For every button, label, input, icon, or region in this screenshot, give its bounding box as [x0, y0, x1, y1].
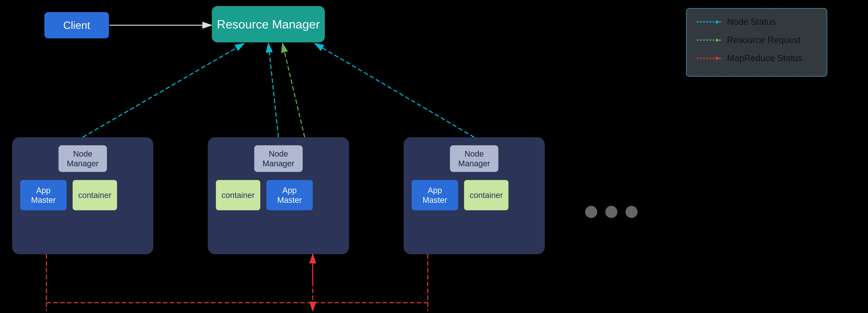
node-2-bottom-row: container AppMaster	[216, 180, 313, 210]
container-2-label: container	[221, 191, 255, 200]
app-master-3-label: AppMaster	[423, 185, 447, 205]
node-manager-3-label: NodeManager	[458, 149, 490, 168]
node-1-bottom-row: AppMaster container	[20, 180, 117, 210]
legend-label-resource-request: Resource Request	[727, 35, 800, 45]
legend-item-node-status: Node Status	[697, 17, 816, 27]
container-3-label: container	[470, 191, 503, 200]
node1-to-rm-cyan-arrow	[83, 43, 244, 137]
resource-manager-label: Resource Manager	[217, 18, 320, 31]
legend-item-mapreduce-status: MapReduce Status	[697, 53, 816, 63]
node-container-2: NodeManager container AppMaster	[208, 137, 349, 254]
node-manager-3: NodeManager	[450, 145, 498, 172]
dots-container	[585, 206, 638, 218]
container-1-label: container	[78, 191, 112, 200]
dot-2	[605, 206, 617, 218]
diagram-container: Client Resource Manager Node Status Reso…	[0, 0, 868, 313]
app-master-3: AppMaster	[412, 180, 458, 210]
app-master-2: AppMaster	[266, 180, 313, 210]
node2-to-rm-cyan-arrow	[268, 43, 278, 137]
node-container-3: NodeManager AppMaster container	[404, 137, 545, 254]
node-container-1: NodeManager AppMaster container	[12, 137, 153, 254]
legend-box: Node Status Resource Request MapReduce S…	[686, 8, 827, 77]
node-3-bottom-row: AppMaster container	[412, 180, 508, 210]
app-master-2-label: AppMaster	[277, 185, 302, 205]
app-master-1-label: AppMaster	[31, 185, 56, 205]
node-manager-1-label: NodeManager	[67, 149, 99, 168]
legend-label-node-status: Node Status	[727, 17, 776, 27]
app-master-1: AppMaster	[20, 180, 67, 210]
container-1: container	[73, 180, 117, 210]
resource-manager-box: Resource Manager	[212, 6, 325, 42]
legend-line-cyan	[697, 21, 721, 22]
legend-label-mapreduce-status: MapReduce Status	[727, 53, 802, 63]
node-manager-1: NodeManager	[59, 145, 107, 172]
legend-line-red	[697, 58, 721, 59]
legend-item-resource-request: Resource Request	[697, 35, 816, 45]
container-3: container	[464, 180, 508, 210]
dot-3	[625, 206, 638, 218]
node3-to-rm-cyan-arrow	[315, 43, 474, 137]
container-2: container	[216, 180, 260, 210]
node2-appm-to-rm-green-arrow	[282, 43, 305, 137]
dot-1	[585, 206, 597, 218]
client-label: Client	[63, 19, 90, 31]
node-manager-2-label: NodeManager	[262, 149, 294, 168]
client-box: Client	[44, 12, 109, 38]
node-manager-2: NodeManager	[254, 145, 303, 172]
legend-line-green	[697, 39, 721, 40]
